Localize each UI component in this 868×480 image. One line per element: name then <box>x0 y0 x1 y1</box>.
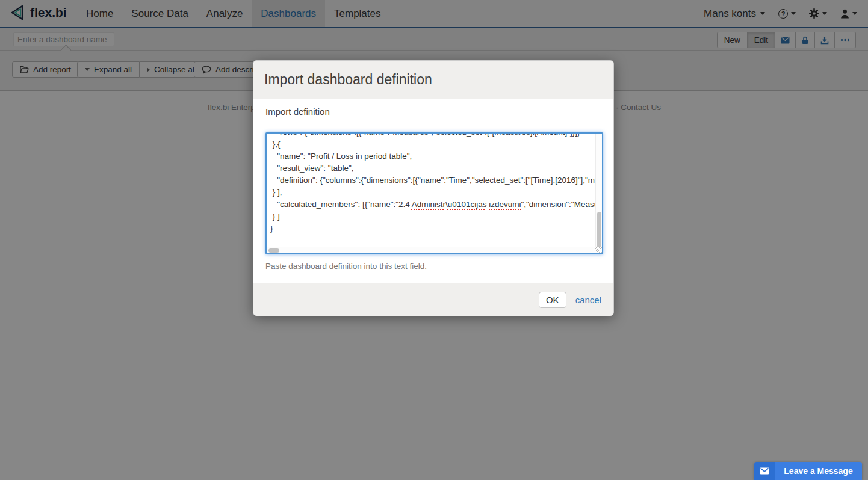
vertical-scrollbar[interactable] <box>595 134 602 247</box>
horizontal-scrollbar-thumb[interactable] <box>268 248 279 253</box>
vertical-scrollbar-thumb[interactable] <box>597 212 601 249</box>
app-root: flex.bi Home Source Data Analyze Dashboa… <box>0 0 868 480</box>
chat-icon-box <box>754 462 775 480</box>
code-line: "rows": {"dimensions":[{"name":"Measures… <box>270 134 595 138</box>
code-line: },{ <box>270 138 595 150</box>
code-line: "calculated_members": [{"name":"2.4 Admi… <box>270 198 595 211</box>
import-definition-textarea[interactable]: "rows": {"dimensions":[{"name":"Measures… <box>265 132 603 254</box>
code-line: "name": "Profit / Loss in period table", <box>270 150 595 162</box>
modal-title: Import dashboard definition <box>264 72 432 88</box>
textarea-content: "rows": {"dimensions":[{"name":"Measures… <box>270 134 595 235</box>
code-line: "definition": {"columns":{"dimensions":[… <box>270 174 595 186</box>
import-dashboard-modal: Import dashboard definition Import defin… <box>253 60 614 316</box>
import-definition-label: Import definition <box>265 106 330 117</box>
cancel-link[interactable]: cancel <box>575 295 601 305</box>
leave-message-widget[interactable]: Leave a Message <box>754 462 862 480</box>
textarea-viewport: "rows": {"dimensions":[{"name":"Measures… <box>267 134 595 247</box>
textarea-help-text: Paste dashboard definition into this tex… <box>265 262 427 271</box>
leave-message-label: Leave a Message <box>775 462 862 480</box>
envelope-icon <box>760 467 769 475</box>
horizontal-scrollbar[interactable] <box>267 247 595 253</box>
code-line: } <box>270 223 595 235</box>
code-line: } ] <box>270 211 595 223</box>
ok-button[interactable]: OK <box>539 292 566 308</box>
resize-grip[interactable] <box>595 247 602 253</box>
modal-body: Import definition "rows": {"dimensions":… <box>253 99 613 283</box>
modal-header: Import dashboard definition <box>253 61 613 99</box>
code-line: } ], <box>270 186 595 198</box>
code-line: "result_view": "table", <box>270 162 595 174</box>
modal-footer: OK cancel <box>253 283 613 316</box>
